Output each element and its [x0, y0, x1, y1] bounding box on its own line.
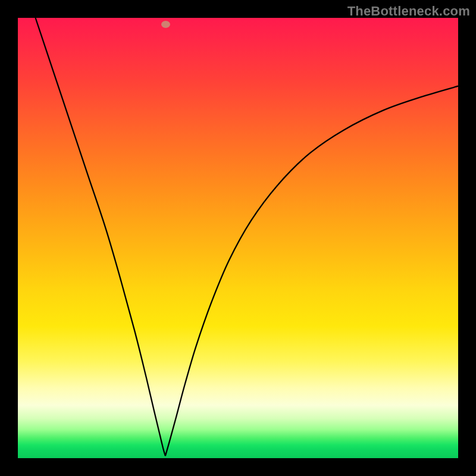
chart-frame: TheBottleneck.com [0, 0, 476, 476]
curve-left-branch [36, 18, 165, 456]
curve-right-branch [165, 86, 458, 456]
plot-area [18, 18, 458, 458]
bottleneck-curve [18, 18, 458, 458]
optimum-marker [161, 21, 170, 28]
watermark-text: TheBottleneck.com [347, 4, 470, 19]
